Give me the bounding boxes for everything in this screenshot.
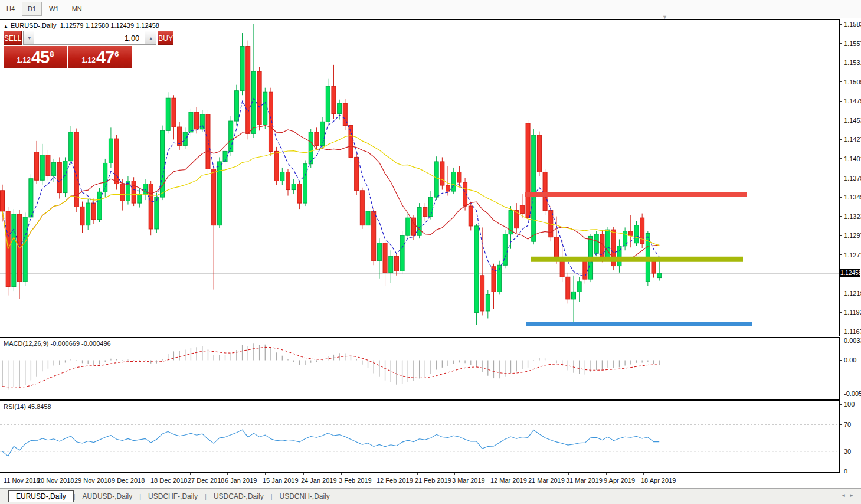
trading-terminal-window: H4D1W1MN ▼ 1.158301.155701.153101.150501…	[0, 0, 861, 504]
candle	[423, 203, 427, 221]
candle	[411, 215, 415, 240]
macd-tick-dash	[840, 394, 842, 394]
candle	[383, 240, 387, 286]
rsi-tick-label: 100	[844, 401, 855, 408]
buy-price-prefix: 1.12	[82, 56, 96, 64]
one-click-trading-widget: ▲EURUSD-,Daily 1.12579 1.12580 1.12439 1…	[4, 22, 132, 68]
candle	[366, 207, 370, 228]
chart-tab-usdchf[interactable]: USDCHF-,Daily	[141, 490, 205, 502]
candle	[212, 165, 216, 290]
tab-scroll-left-icon[interactable]: ◄	[841, 493, 849, 498]
chart-tab-usdcad[interactable]: USDCAD-,Daily	[207, 490, 271, 502]
rsi-tick-label: 70	[844, 421, 851, 428]
chart-tab-eurusd[interactable]: EURUSD-,Daily	[8, 490, 74, 502]
price-axis[interactable]: 1.158301.155701.153101.150501.147901.145…	[840, 19, 861, 336]
candle	[440, 157, 444, 189]
rsi-indicator-pane[interactable]: RSI(14) 45.8458	[0, 400, 840, 473]
timeframe-tab-w1[interactable]: W1	[43, 2, 65, 16]
candle	[474, 224, 479, 325]
candle	[303, 160, 307, 206]
timeframe-tab-d1[interactable]: D1	[22, 2, 42, 16]
candle	[515, 203, 519, 233]
symbol-label: EURUSD-,Daily	[11, 22, 57, 29]
candle	[234, 85, 238, 126]
pivot-line-olive[interactable]	[531, 257, 743, 262]
price-tick-dash	[840, 81, 842, 82]
candle	[269, 88, 273, 156]
macd-tick-dash	[840, 341, 842, 341]
volume-stepper: ▼ ▲	[23, 31, 156, 45]
buy-button[interactable]: BUY	[158, 31, 173, 45]
candle	[132, 177, 136, 206]
chart-tab-audusd[interactable]: AUDUSD-,Daily	[76, 490, 140, 502]
candle	[537, 132, 541, 176]
timeframe-tab-mn[interactable]: MN	[66, 2, 88, 16]
timeframe-tab-h4[interactable]: H4	[1, 2, 21, 16]
macd-axis[interactable]: 0.0033860.00-0.00574	[840, 337, 861, 400]
sell-price-box[interactable]: 1.12 45 8	[4, 46, 67, 68]
date-axis[interactable]: 11 Nov 201820 Nov 201829 Nov 20189 Dec 2…	[0, 473, 861, 488]
candle	[606, 227, 610, 261]
buy-price-big: 47	[96, 48, 114, 67]
tab-scroll-arrows[interactable]: ◄►	[841, 493, 857, 498]
collapse-icon[interactable]: ▲	[4, 24, 8, 29]
rsi-tick-dash	[840, 451, 842, 451]
volume-input[interactable]	[34, 31, 145, 44]
price-tick-dash	[840, 293, 842, 293]
current-price-tag: 1.12458	[840, 269, 860, 277]
chart-tab-usdcnh[interactable]: USDCNH-,Daily	[273, 490, 337, 502]
candle	[161, 126, 165, 200]
candle	[457, 166, 461, 186]
price-tick-dash	[840, 24, 842, 25]
rsi-svg	[0, 401, 839, 472]
tab-scroll-right-icon[interactable]: ►	[849, 493, 857, 498]
price-tick-dash	[840, 101, 842, 102]
sell-price-big: 45	[31, 48, 49, 67]
macd-tick-dash	[840, 360, 842, 361]
candle	[566, 273, 570, 304]
date-tick-mark	[493, 473, 493, 475]
support-line-blue[interactable]	[526, 322, 752, 326]
resistance-line-red[interactable]	[525, 192, 747, 197]
rsi-label: RSI(14) 45.8458	[4, 403, 51, 410]
candle	[526, 120, 530, 222]
candle	[617, 239, 621, 272]
candle	[178, 122, 182, 150]
buy-price-box[interactable]: 1.12 47 6	[68, 46, 132, 68]
candle	[400, 231, 404, 274]
price-tick-label: 1.15050	[844, 78, 861, 86]
date-tick-mark	[568, 473, 569, 475]
candle	[18, 210, 22, 299]
date-tick-label: 21 Mar 2019	[528, 477, 565, 484]
candle	[206, 110, 210, 174]
rsi-axis[interactable]: 10070300	[840, 400, 861, 473]
chart-tab-bar: EURUSD-,Daily|AUDUSD-,Daily|USDCHF-,Dail…	[0, 488, 861, 504]
candle	[634, 221, 639, 246]
price-tick-label: 1.11930	[844, 309, 861, 316]
price-tick-label: 1.13230	[844, 213, 861, 220]
sell-button[interactable]: SELL	[4, 31, 22, 45]
sell-price-prefix: 1.12	[17, 56, 31, 64]
date-tick-label: 18 Apr 2019	[641, 477, 676, 484]
volume-decrease-button[interactable]: ▼	[24, 31, 34, 44]
price-tick-label: 1.12710	[844, 251, 861, 258]
candle	[611, 227, 616, 270]
candle	[40, 144, 44, 185]
candle	[320, 117, 325, 149]
price-tick-label: 1.14270	[844, 136, 861, 143]
candle	[155, 193, 159, 233]
candle	[657, 260, 662, 281]
volume-increase-button[interactable]: ▲	[145, 31, 156, 44]
candle	[6, 207, 10, 295]
candle	[103, 159, 107, 197]
price-tick-dash	[840, 178, 842, 178]
buy-price-pip: 6	[114, 50, 119, 58]
candle	[503, 230, 507, 268]
price-tick-label: 1.13490	[844, 194, 861, 201]
candle	[12, 209, 16, 291]
candle	[57, 157, 61, 198]
date-tick-label: 12 Mar 2019	[490, 477, 527, 484]
macd-indicator-pane[interactable]: MACD(12,26,9) -0.000669 -0.000496	[0, 337, 840, 400]
candle	[343, 99, 347, 130]
candle	[149, 181, 153, 236]
